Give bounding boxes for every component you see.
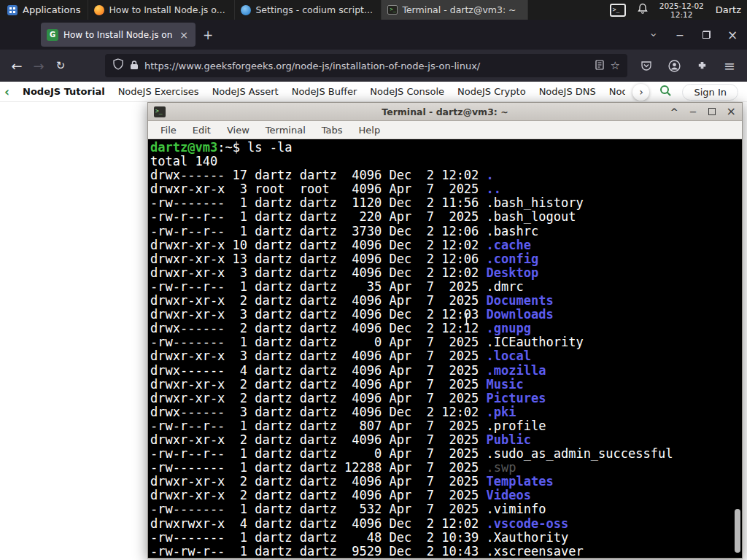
window-button-list: How to Install Node.js o... Settings - c… [88, 0, 528, 20]
settings-icon [241, 5, 251, 15]
terminal-titlebar[interactable]: >_ Terminal - dartz@vm3: ~ ^ − × [148, 103, 742, 121]
pocket-icon[interactable] [635, 54, 658, 77]
site-favicon: G [47, 29, 58, 41]
url-bar[interactable]: https://www.geeksforgeeks.org/node-js/in… [105, 54, 627, 77]
terminal-listing-line: drwx------ 4 dartz dartz 4096 Apr 7 2025… [150, 364, 742, 378]
site-nav-item-buffer[interactable]: NodeJS Buffer [292, 86, 357, 97]
site-nav-right: › Sign In [625, 82, 747, 102]
menu-tabs[interactable]: Tabs [314, 125, 351, 136]
file-meta: drwx------ 17 dartz dartz 4096 Dec 2 12:… [150, 168, 487, 182]
terminal-listing-line: drwxr-xr-x 3 dartz dartz 4096 Dec 2 12:0… [150, 308, 742, 322]
menu-edit[interactable]: Edit [185, 125, 219, 136]
menu-help[interactable]: Help [351, 125, 389, 136]
site-nav-bar: ‹ NodeJS Tutorial NodeJS Exercises NodeJ… [0, 82, 747, 102]
reload-button[interactable]: ↻ [50, 55, 71, 77]
notification-bell-icon[interactable] [638, 3, 648, 17]
file-name: .swp [487, 460, 516, 475]
terminal-listing-line: drwxr-xr-x 10 dartz dartz 4096 Dec 2 12:… [150, 238, 742, 252]
terminal-listing-line: drwxr-xr-x 2 dartz dartz 4096 Apr 7 2025… [150, 392, 742, 405]
menu-terminal[interactable]: Terminal [258, 125, 314, 136]
terminal-listing-line: -rw------- 1 dartz dartz 0 Apr 7 2025 .I… [150, 335, 742, 349]
prompt-symbol: $ [233, 140, 247, 155]
typed-command: ls -la [247, 140, 292, 155]
scrollbar-thumb[interactable] [735, 509, 740, 553]
file-name: .gnupg [487, 321, 531, 335]
terminal-shade-button[interactable]: ^ [670, 107, 678, 117]
toolbar-right: ≡ [635, 54, 741, 77]
file-name: Documents [487, 293, 554, 308]
terminal-listing-line: drwxr-xr-x 2 dartz dartz 4096 Apr 7 2025… [150, 475, 742, 489]
applications-menu[interactable]: Applications [0, 0, 88, 20]
site-nav-item-console[interactable]: NodeJS Console [370, 86, 444, 97]
file-name: Downloads [487, 307, 554, 322]
account-icon[interactable] [662, 54, 686, 77]
site-nav-item-crypto[interactable]: NodeJS Crypto [457, 86, 526, 97]
reader-mode-icon[interactable] [595, 59, 605, 73]
file-meta: -rw-r--r-- 1 dartz dartz 35 Apr 7 2025 [150, 279, 487, 294]
window-button-settings[interactable]: Settings - codium script... [235, 0, 382, 20]
file-meta: -rw------- 1 dartz dartz 0 Apr 7 2025 [150, 335, 487, 349]
site-search-icon[interactable] [659, 85, 672, 99]
site-nav-item-tutorial[interactable]: NodeJS Tutorial [23, 86, 105, 97]
file-meta: -rw-r--r-- 1 dartz dartz 807 Apr 7 2025 [150, 419, 487, 433]
file-name: .profile [487, 419, 546, 433]
terminal-listing-line: drwxr-xr-x 2 dartz dartz 4096 Apr 7 2025… [150, 433, 742, 447]
file-name: .Xauthority [487, 530, 569, 545]
terminal-listing-line: drwxrwxr-x 4 dartz dartz 4096 Dec 2 12:0… [150, 517, 742, 531]
applications-label: Applications [23, 4, 80, 15]
close-button[interactable]: × [721, 23, 744, 47]
file-meta: -rw------- 1 dartz dartz 532 Apr 7 2025 [150, 502, 487, 516]
file-meta: -rw-rw-r-- 1 dartz dartz 9529 Dec 2 10:4… [150, 544, 487, 558]
window-button-terminal[interactable]: >_ Terminal - dartz@vm3: ~ [382, 0, 528, 20]
tab-close-icon[interactable]: × [178, 29, 190, 41]
nav-scroll-left-icon[interactable]: ‹ [4, 85, 9, 99]
terminal-maximize-button[interactable] [708, 108, 716, 115]
minimize-button[interactable]: − [668, 23, 692, 47]
shield-icon[interactable] [112, 58, 124, 73]
terminal-close-button[interactable]: × [727, 106, 736, 117]
file-meta: drwxr-xr-x 3 dartz dartz 4096 Dec 2 12:0… [150, 265, 487, 280]
file-meta: drwxr-xr-x 2 dartz dartz 4096 Apr 7 2025 [150, 432, 487, 447]
window-button-label: Terminal - dartz@vm3: ~ [402, 4, 516, 15]
tray-terminal-icon[interactable]: >_ [610, 4, 626, 17]
restore-button[interactable] [694, 23, 718, 47]
terminal-listing-line: drwxr-xr-x 3 root root 4096 Apr 7 2025 .… [150, 182, 742, 196]
file-meta: drwxr-xr-x 3 dartz dartz 4096 Apr 7 2025 [150, 349, 487, 363]
terminal-scrollbar[interactable] [733, 141, 741, 556]
site-nav-item-dns[interactable]: NodeJS DNS [539, 86, 596, 97]
menu-icon[interactable]: ≡ [718, 54, 741, 77]
terminal-listing-line: drwx------ 17 dartz dartz 4096 Dec 2 12:… [150, 168, 742, 182]
new-tab-button[interactable]: + [196, 28, 220, 42]
terminal-listing-line: -rw------- 1 dartz dartz 532 Apr 7 2025 … [150, 502, 742, 516]
extensions-icon[interactable] [690, 54, 713, 77]
list-tabs-chevron-icon[interactable]: › [642, 23, 665, 47]
terminal-minimize-button[interactable]: − [689, 107, 697, 117]
tab-strip: G How to Install Node.js on... × + › − × [0, 20, 747, 50]
file-meta: drwxrwxr-x 4 dartz dartz 4096 Dec 2 12:0… [150, 516, 487, 531]
menu-view[interactable]: View [219, 125, 258, 136]
file-meta: drwxr-xr-x 10 dartz dartz 4096 Dec 2 12:… [150, 238, 487, 252]
file-meta: -rw------- 1 dartz dartz 1120 Dec 2 11:5… [150, 195, 487, 210]
terminal-screen[interactable]: dartz@vm3:~$ ls -latotal 140drwx------ 1… [148, 140, 742, 558]
forward-button[interactable]: → [28, 55, 50, 77]
lock-icon[interactable] [130, 59, 139, 73]
site-nav-item-assert[interactable]: NodeJS Assert [212, 86, 279, 97]
prompt-separator: : [217, 140, 225, 155]
site-nav-item-exercises[interactable]: NodeJS Exercises [118, 86, 199, 97]
nav-scroll-right-button[interactable]: › [632, 84, 649, 101]
clock[interactable]: 2025-12-02 12:12 [659, 1, 704, 19]
file-name: .ICEauthority [487, 335, 584, 349]
file-name: . [487, 168, 494, 182]
file-name: .cache [487, 238, 531, 252]
file-name: .pki [487, 405, 516, 419]
file-meta: -rw------- 1 dartz dartz 48 Dec 2 10:39 [150, 530, 487, 545]
back-button[interactable]: ← [6, 55, 28, 77]
applications-icon [7, 5, 18, 15]
menu-file[interactable]: File [152, 125, 185, 136]
window-button-firefox[interactable]: How to Install Node.js o... [88, 0, 235, 20]
terminal-listing-line: -rw------- 1 dartz dartz 1120 Dec 2 11:5… [150, 196, 742, 210]
browser-tab[interactable]: G How to Install Node.js on... × [41, 23, 196, 47]
bookmark-star-icon[interactable]: ☆ [611, 59, 620, 72]
sign-in-button[interactable]: Sign In [682, 84, 738, 101]
file-name: .viminfo [487, 502, 546, 516]
